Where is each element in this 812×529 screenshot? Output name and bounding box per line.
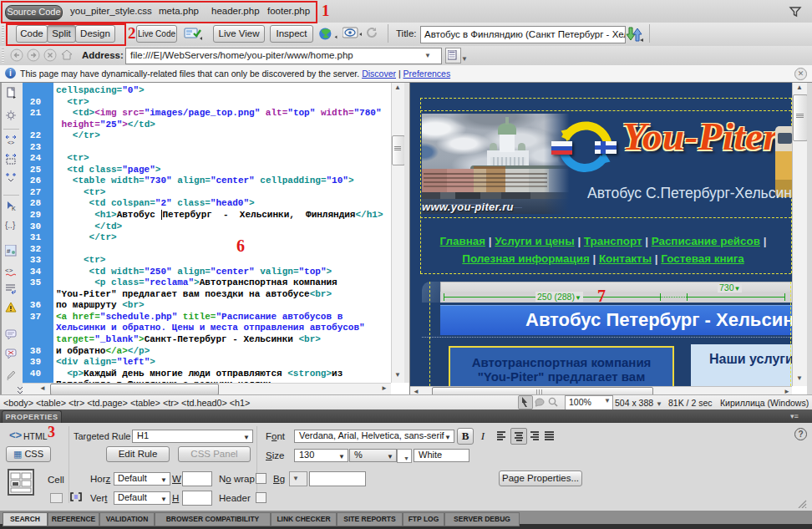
svg-text:{..}: {..} [5, 221, 16, 230]
svg-text:K: K [12, 206, 16, 211]
svg-text:<>: <> [8, 140, 14, 145]
svg-text:#: # [7, 247, 11, 255]
svg-text:<>: <> [5, 267, 13, 274]
